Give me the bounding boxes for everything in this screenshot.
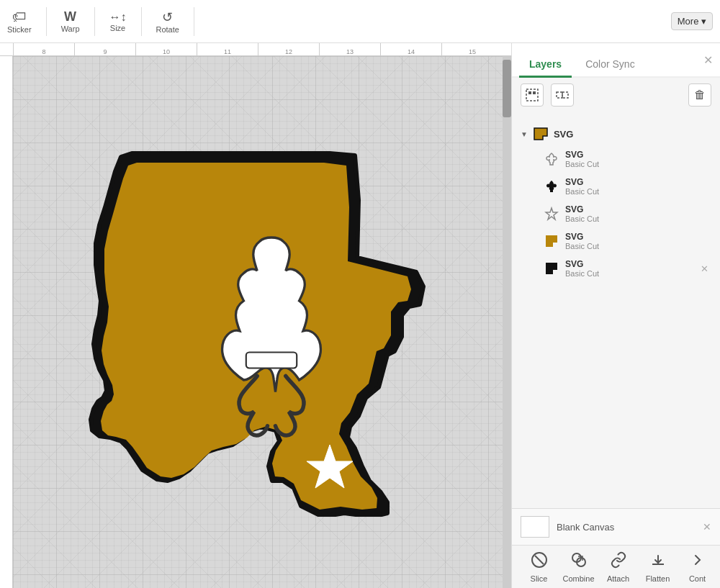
flatten-label: Flatten [646, 574, 670, 583]
tick-11: 11 [197, 43, 258, 56]
tick-10: 10 [135, 43, 197, 56]
layer-item-text: SVG Basic Cut [565, 232, 599, 250]
tick-13: 13 [319, 43, 380, 56]
contour-button[interactable]: Cont [678, 551, 717, 583]
tick-12: 12 [258, 43, 319, 56]
expand-arrow-icon: ▼ [521, 130, 528, 138]
ruler-ticks: 8 9 10 11 12 13 14 15 [13, 43, 503, 56]
tick-15: 15 [441, 43, 503, 56]
size-tool[interactable]: ↔↕ Size [109, 11, 127, 32]
layer-group-header[interactable]: ▼ SVG [521, 122, 711, 145]
layer-toolbar: 🗑 [512, 78, 720, 112]
rotate-tool[interactable]: ↺ Rotate [156, 9, 179, 34]
layer-item-icon [544, 261, 559, 276]
ruler-horizontal: 8 9 10 11 12 13 14 15 [0, 43, 511, 56]
separator [94, 7, 95, 36]
svg-rect-4 [557, 92, 562, 98]
group-label: SVG [554, 129, 573, 140]
panel-close-icon[interactable]: ✕ [703, 53, 713, 67]
layer-item[interactable]: SVG Basic Cut [541, 145, 711, 173]
tab-layers[interactable]: Layers [519, 53, 572, 78]
tick-8: 8 [13, 43, 74, 56]
separator [141, 7, 142, 36]
warp-tool[interactable]: W Warp [61, 9, 80, 33]
layer-item-icon [544, 151, 559, 167]
attach-button[interactable]: Attach [598, 551, 638, 583]
layer-item-text: SVG Basic Cut [565, 150, 599, 168]
layer-item[interactable]: SVG Basic Cut [541, 227, 711, 255]
contour-icon [689, 551, 706, 572]
sticker-tool[interactable]: 🏷 Sticker [7, 9, 32, 34]
svg-rect-3 [533, 91, 536, 94]
main-content: 8 9 10 11 12 13 14 15 [0, 43, 720, 588]
tab-color-sync[interactable]: Color Sync [575, 53, 644, 78]
layer-item-text: SVG Basic Cut [565, 259, 599, 278]
separator [46, 7, 47, 36]
layer-item[interactable]: SVG Basic Cut ✕ [541, 255, 711, 282]
combine-button[interactable]: Combine [559, 551, 598, 583]
bottom-toolbar: Slice Combine Attach Flatten [512, 545, 720, 588]
attach-icon [610, 551, 627, 572]
group-button[interactable] [521, 83, 544, 107]
layer-item-icon [544, 206, 559, 222]
delete-button[interactable]: 🗑 [688, 83, 711, 107]
svg-rect-0 [246, 353, 297, 368]
svg-line-8 [535, 556, 544, 564]
slice-label: Slice [531, 574, 548, 583]
scrollbar-vertical[interactable] [503, 56, 511, 588]
layer-group-svg: ▼ SVG [512, 118, 720, 286]
close-icon[interactable]: ✕ [701, 263, 708, 274]
blank-canvas-row[interactable]: Blank Canvas ✕ [512, 508, 720, 545]
flatten-icon [649, 551, 667, 572]
combine-icon [570, 551, 588, 572]
attach-label: Attach [607, 574, 629, 583]
scrollbar-thumb[interactable] [503, 60, 511, 117]
top-toolbar: 🏷 Sticker W Warp ↔↕ Size ↺ Rotate More ▾ [0, 0, 720, 43]
canvas-area[interactable]: 8 9 10 11 12 13 14 15 [0, 43, 511, 588]
group-thumbnail [532, 125, 549, 143]
contour-label: Cont [689, 574, 706, 583]
layer-item-icon [544, 178, 559, 194]
blank-canvas-close-icon[interactable]: ✕ [703, 521, 711, 533]
combine-label: Combine [562, 574, 594, 583]
slice-button[interactable]: Slice [519, 551, 559, 583]
layer-item[interactable]: SVG Basic Cut [541, 200, 711, 227]
blank-canvas-label: Blank Canvas [557, 522, 614, 533]
tick-14: 14 [380, 43, 441, 56]
svg-marker-6 [546, 208, 557, 220]
svg-rect-2 [528, 91, 531, 94]
separator [194, 7, 194, 36]
layer-item-text: SVG Basic Cut [565, 177, 599, 196]
right-panel: Layers Color Sync ✕ 🗑 ▼ [511, 43, 720, 588]
layer-item-text: SVG Basic Cut [565, 204, 599, 223]
layer-item[interactable]: SVG Basic Cut [541, 173, 711, 200]
ungroup-button[interactable] [551, 83, 574, 107]
canvas-content[interactable] [13, 56, 503, 588]
flatten-button[interactable]: Flatten [638, 551, 678, 583]
more-button[interactable]: More ▾ [671, 12, 713, 30]
panel-tabs: Layers Color Sync ✕ [512, 43, 720, 78]
blank-canvas-thumbnail [521, 516, 549, 538]
layer-items: SVG Basic Cut SVG Basic C [541, 145, 711, 282]
svg-rect-1 [526, 89, 538, 101]
ruler-vertical [0, 56, 13, 588]
tick-9: 9 [74, 43, 135, 56]
layer-item-icon [544, 233, 559, 249]
svg-rect-5 [562, 92, 568, 98]
slice-icon [531, 551, 548, 572]
layer-list: ▼ SVG [512, 112, 720, 508]
louisiana-illustration[interactable] [56, 114, 452, 517]
